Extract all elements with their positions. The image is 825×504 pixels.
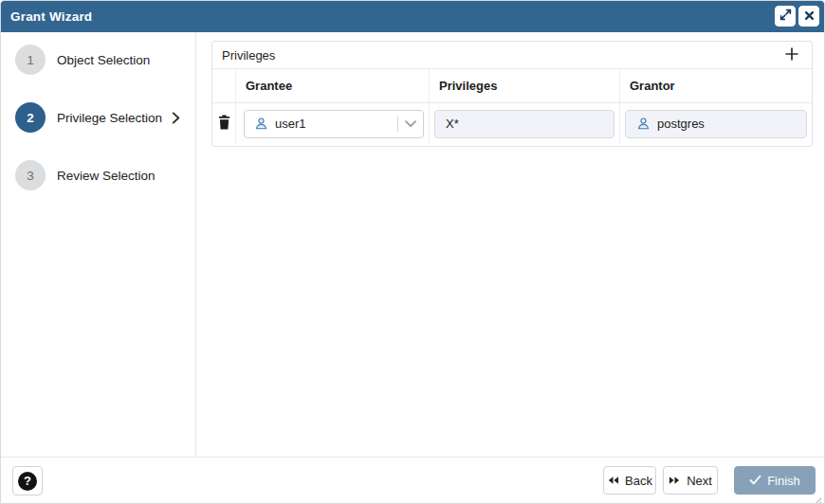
privileges-cell: X* <box>430 103 620 144</box>
step-privilege-selection: 2 Privilege Selection <box>15 102 190 133</box>
grantee-cell: user1 <box>236 103 430 144</box>
help-button[interactable]: ? <box>12 466 43 495</box>
wizard-steps-sidebar: 1 Object Selection 2 Privilege Selection… <box>1 32 196 457</box>
column-header-delete <box>212 69 236 102</box>
delete-cell <box>212 103 236 144</box>
grantor-cell: postgres <box>620 103 812 144</box>
back-label: Back <box>625 474 652 488</box>
privilege-row: user1 X* <box>212 103 812 144</box>
privileges-table-header: Grantee Privileges Grantor <box>212 69 812 103</box>
step-review-selection: 3 Review Selection <box>15 160 190 190</box>
user-icon <box>636 117 651 131</box>
step-object-selection: 1 Object Selection <box>15 45 190 75</box>
titlebar: Grant Wizard <box>1 1 824 32</box>
help-icon: ? <box>18 472 37 491</box>
current-step-chevron-right-icon <box>172 112 180 124</box>
trash-icon <box>218 115 230 133</box>
column-header-grantor: Grantor <box>620 69 812 102</box>
step-number-badge: 2 <box>15 102 46 133</box>
privileges-panel: Privileges Grantee Privileges Grantor <box>211 41 813 147</box>
grantor-value: postgres <box>657 117 705 131</box>
grant-wizard-dialog: Grant Wizard 1 Object Selection 2 Privil… <box>0 0 825 504</box>
column-header-privileges: Privileges <box>430 69 620 102</box>
wizard-content: Privileges Grantee Privileges Grantor <box>197 32 824 457</box>
step-label: Review Selection <box>57 169 156 183</box>
check-icon <box>749 474 761 488</box>
step-label: Object Selection <box>57 53 150 67</box>
privileges-value: X* <box>446 117 459 131</box>
grantee-select[interactable]: user1 <box>244 110 424 138</box>
user-icon <box>254 117 268 131</box>
next-label: Next <box>687 474 712 488</box>
chevron-down-icon[interactable] <box>398 120 423 128</box>
plus-icon <box>784 46 799 64</box>
back-button[interactable]: Back <box>603 466 656 495</box>
privileges-field[interactable]: X* <box>434 110 614 138</box>
close-button[interactable] <box>798 6 819 27</box>
grantee-value: user1 <box>275 117 306 131</box>
finish-label: Finish <box>767 474 800 488</box>
double-arrow-right-icon <box>669 474 681 488</box>
window-title: Grant Wizard <box>10 9 92 24</box>
select-controls <box>397 111 423 137</box>
step-number-badge: 1 <box>15 45 46 75</box>
maximize-icon <box>779 8 792 25</box>
grantor-field: postgres <box>625 110 807 138</box>
double-arrow-left-icon <box>607 474 619 488</box>
step-number-badge: 3 <box>15 160 46 190</box>
close-icon <box>804 8 815 25</box>
finish-button[interactable]: Finish <box>734 466 816 495</box>
resize-grip[interactable] <box>814 493 822 501</box>
maximize-button[interactable] <box>775 6 796 27</box>
column-header-grantee: Grantee <box>236 69 430 102</box>
privileges-panel-title: Privileges <box>222 48 275 63</box>
dialog-footer: ? Back Next Finish <box>1 457 824 503</box>
delete-row-button[interactable] <box>216 113 232 135</box>
add-privilege-button[interactable] <box>781 45 802 65</box>
privileges-panel-header: Privileges <box>212 42 812 69</box>
next-button[interactable]: Next <box>663 466 718 495</box>
step-label: Privilege Selection <box>57 111 162 125</box>
